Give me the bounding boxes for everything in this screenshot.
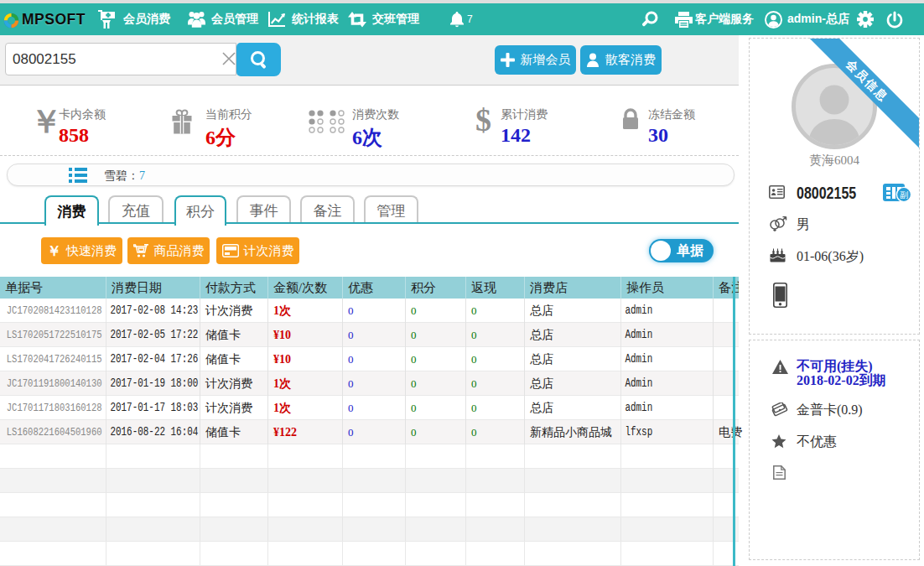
svg-text:副: 副 bbox=[900, 190, 908, 200]
